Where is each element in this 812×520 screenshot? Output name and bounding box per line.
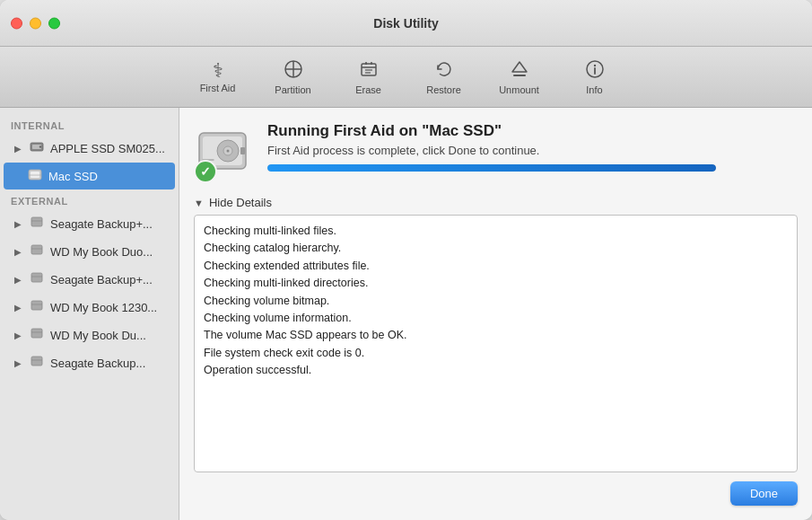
maximize-button[interactable] xyxy=(48,17,60,29)
svg-rect-28 xyxy=(31,329,42,338)
info-label: Info xyxy=(586,84,602,95)
window-title: Disk Utility xyxy=(373,16,438,31)
disk-image-wrap: ✓ xyxy=(194,122,255,183)
external-section-label: External xyxy=(0,190,179,209)
footer: Done xyxy=(194,472,798,506)
svg-rect-24 xyxy=(31,273,42,282)
svg-rect-18 xyxy=(31,172,39,178)
wd-1230-icon xyxy=(29,297,45,317)
close-button[interactable] xyxy=(11,17,22,29)
sidebar-item-wd-1230[interactable]: ▶ WD My Book 1230... xyxy=(4,294,175,321)
progress-bar xyxy=(267,164,716,172)
progress-bar-fill xyxy=(267,164,716,172)
status-subheading: First Aid process is complete, click Don… xyxy=(267,144,716,157)
sidebar-item-apple-ssd[interactable]: ▶ APPLE SSD SM025... xyxy=(4,135,175,162)
seagate2-icon xyxy=(29,269,45,289)
internal-section-label: Internal xyxy=(0,115,179,134)
seagate3-icon xyxy=(29,353,45,373)
disk-utility-window: Disk Utility ⚕ First Aid Partition xyxy=(0,0,812,520)
first-aid-button[interactable]: ⚕ First Aid xyxy=(182,53,254,101)
details-header[interactable]: ▼ Hide Details xyxy=(194,196,798,209)
first-aid-label: First Aid xyxy=(200,83,236,93)
mac-ssd-label: Mac SSD xyxy=(48,170,98,183)
svg-rect-30 xyxy=(31,357,42,366)
minimize-button[interactable] xyxy=(30,17,41,29)
wd-du2-icon xyxy=(29,325,45,345)
wd-1230-label: WD My Book 1230... xyxy=(50,301,157,314)
wd-du2-arrow: ▶ xyxy=(14,331,23,340)
sidebar-item-seagate1[interactable]: ▶ Seagate Backup+... xyxy=(4,210,175,237)
wd-duo-label: WD My Book Duo... xyxy=(50,245,153,259)
partition-button[interactable]: Partition xyxy=(258,53,329,101)
sidebar: Internal ▶ APPLE SSD SM025... xyxy=(0,108,179,520)
seagate1-icon xyxy=(29,214,45,234)
seagate3-arrow: ▶ xyxy=(14,358,23,368)
info-button[interactable]: Info xyxy=(559,53,631,101)
seagate1-arrow: ▶ xyxy=(14,219,23,229)
erase-label: Erase xyxy=(355,84,381,95)
log-line: File system check exit code is 0. xyxy=(204,345,788,362)
details-arrow-icon: ▼ xyxy=(194,198,204,208)
log-line: The volume Mac SSD appears to be OK. xyxy=(204,327,788,344)
check-badge: ✓ xyxy=(194,160,217,183)
details-label: Hide Details xyxy=(209,196,272,209)
wd-duo-icon xyxy=(29,242,45,261)
sidebar-item-mac-ssd[interactable]: Mac SSD xyxy=(4,163,175,189)
main-area: Internal ▶ APPLE SSD SM025... xyxy=(0,108,812,520)
erase-icon xyxy=(359,59,379,83)
svg-point-13 xyxy=(593,64,595,66)
status-area: ✓ Running First Aid on "Mac SSD" First A… xyxy=(194,122,798,183)
log-box[interactable]: Checking multi-linked files.Checking cat… xyxy=(194,215,798,472)
svg-rect-20 xyxy=(31,217,42,226)
svg-rect-39 xyxy=(240,147,245,154)
seagate3-label: Seagate Backup... xyxy=(50,357,145,370)
svg-rect-26 xyxy=(31,301,42,310)
toolbar: ⚕ First Aid Partition xyxy=(0,47,812,108)
sidebar-item-wd-du2[interactable]: ▶ WD My Book Du... xyxy=(4,322,175,348)
log-line: Checking extended attributes file. xyxy=(204,258,788,275)
status-text-area: Running First Aid on "Mac SSD" First Aid… xyxy=(267,122,716,172)
wd-du2-label: WD My Book Du... xyxy=(50,329,146,342)
log-line: Checking multi-linked directories. xyxy=(204,275,788,292)
mac-ssd-icon xyxy=(27,166,43,186)
partition-icon xyxy=(284,59,303,83)
svg-point-36 xyxy=(227,150,230,153)
apple-ssd-label: APPLE SSD SM025... xyxy=(50,142,165,155)
log-line: Checking catalog hierarchy. xyxy=(204,240,788,257)
restore-label: Restore xyxy=(426,84,461,95)
partition-label: Partition xyxy=(275,84,310,95)
traffic-lights xyxy=(11,17,60,29)
log-line: Checking volume bitmap. xyxy=(204,293,788,310)
first-aid-icon: ⚕ xyxy=(213,61,223,81)
unmount-button[interactable]: Unmount xyxy=(484,53,555,101)
seagate2-label: Seagate Backup+... xyxy=(50,273,153,286)
wd-duo-arrow: ▶ xyxy=(14,247,23,257)
erase-button[interactable]: Erase xyxy=(333,53,405,101)
seagate2-arrow: ▶ xyxy=(14,275,23,285)
sidebar-item-seagate3[interactable]: ▶ Seagate Backup... xyxy=(4,349,175,376)
content-area: ✓ Running First Aid on "Mac SSD" First A… xyxy=(179,108,812,520)
restore-icon xyxy=(434,59,454,83)
info-icon xyxy=(585,59,605,83)
log-line: Checking multi-linked files. xyxy=(204,223,788,240)
svg-marker-9 xyxy=(512,62,527,72)
unmount-label: Unmount xyxy=(499,84,539,95)
wd-1230-arrow: ▶ xyxy=(14,303,23,313)
seagate1-label: Seagate Backup+... xyxy=(50,217,153,231)
apple-ssd-arrow: ▶ xyxy=(14,144,23,154)
svg-point-16 xyxy=(39,145,41,147)
svg-rect-22 xyxy=(31,245,42,254)
done-button[interactable]: Done xyxy=(730,481,798,506)
sidebar-item-wd-duo[interactable]: ▶ WD My Book Duo... xyxy=(4,238,175,265)
apple-ssd-icon xyxy=(29,138,45,158)
titlebar: Disk Utility xyxy=(0,0,812,47)
sidebar-item-seagate2[interactable]: ▶ Seagate Backup+... xyxy=(4,266,175,293)
restore-button[interactable]: Restore xyxy=(408,53,480,101)
log-line: Checking volume information. xyxy=(204,310,788,327)
log-line: Operation successful. xyxy=(204,362,788,379)
status-heading: Running First Aid on "Mac SSD" xyxy=(267,122,716,140)
unmount-icon xyxy=(510,59,529,83)
